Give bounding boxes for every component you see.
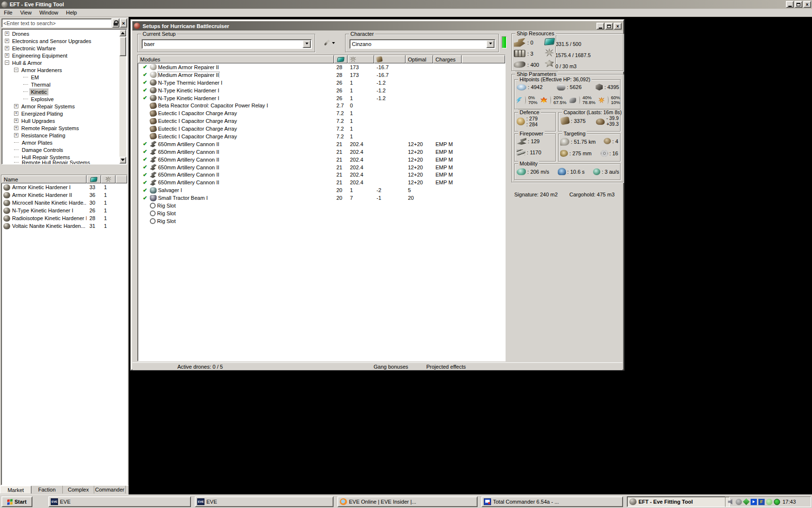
module-row[interactable]: ✔650mm Artillery Cannon II21202.412+20EM…	[138, 140, 505, 148]
start-button[interactable]: Start	[1, 496, 32, 507]
tree-item[interactable]: +Electronic Warfare	[3, 45, 119, 52]
taskbar-button[interactable]: EVEEVE	[48, 496, 191, 507]
setups-window-titlebar[interactable]: Setups for Hurricane Battlecruiser ×	[132, 21, 623, 30]
antivirus-icon[interactable]	[774, 499, 780, 505]
tree-item[interactable]: Armor Plates	[3, 139, 119, 146]
column-header-capacitor[interactable]	[374, 55, 406, 63]
tree-item[interactable]: Damage Controls	[3, 146, 119, 153]
table-row[interactable]: Microcell Nanite Kinetic Harde...301	[1, 199, 127, 207]
current-setup-combobox[interactable]: baer	[142, 39, 312, 49]
tree-item[interactable]: +Remote Repair Systems	[3, 124, 119, 132]
column-header-name[interactable]: Name	[1, 175, 87, 183]
table-row[interactable]: Armor Kinetic Hardener I331	[1, 183, 127, 191]
media-player-icon[interactable]	[751, 499, 757, 505]
expand-plus-icon[interactable]: +	[14, 104, 18, 108]
chevron-down-icon[interactable]	[303, 40, 311, 48]
column-header-powergrid[interactable]	[348, 55, 374, 63]
tree-item[interactable]: +Electronics and Sensor Upgrades	[3, 37, 119, 45]
tab-complex[interactable]: Complex	[63, 486, 94, 493]
module-row[interactable]: ✔Small Tractor Beam I207-120	[138, 194, 505, 202]
taskbar-button[interactable]: EVEEVE	[195, 496, 334, 507]
expand-plus-icon[interactable]: +	[14, 126, 18, 130]
tree-item[interactable]: +Armor Repair Systems	[3, 103, 119, 110]
menu-help[interactable]: Help	[62, 9, 81, 16]
search-lock-button[interactable]	[112, 18, 119, 28]
scrollbar-thumb[interactable]	[119, 37, 126, 56]
module-row[interactable]: Eutectic I Capacitor Charge Array7.21	[138, 109, 505, 117]
taskbar-button[interactable]: EFT - Eve Fitting Tool	[627, 496, 730, 507]
module-row[interactable]: Eutectic I Capacitor Charge Array7.21	[138, 117, 505, 125]
close-button[interactable]: ×	[803, 1, 811, 8]
tab-faction[interactable]: Faction	[31, 486, 63, 493]
minimize-button[interactable]	[786, 1, 794, 8]
module-row[interactable]: Eutectic I Capacitor Charge Array7.21	[138, 125, 505, 133]
expand-plus-icon[interactable]: +	[5, 53, 9, 58]
column-header-charges[interactable]: Charges	[433, 55, 462, 63]
minimize-button[interactable]	[596, 23, 604, 30]
tree-item[interactable]: +Resistance Plating	[3, 132, 119, 139]
volume-muted-icon[interactable]	[728, 499, 734, 505]
collapse-minus-icon[interactable]: −	[14, 68, 18, 72]
table-row[interactable]: N-Type Kinetic Hardener I261	[1, 207, 127, 214]
module-row[interactable]: ✔Medium Armor Repairer II28173-16.7	[138, 63, 505, 71]
tree-item[interactable]: Hull Repair Systems	[3, 153, 119, 161]
tree-item[interactable]: EM	[3, 74, 119, 81]
search-clear-button[interactable]: ×	[120, 18, 127, 28]
tree-item[interactable]: −Armor Hardeners	[3, 66, 119, 74]
module-row[interactable]: Rig Slot	[138, 217, 505, 225]
table-row[interactable]: Armor Kinetic Hardener II361	[1, 191, 127, 199]
expand-plus-icon[interactable]: +	[5, 46, 9, 50]
column-header-modules[interactable]: Modules	[138, 55, 334, 63]
module-row[interactable]: ✔650mm Artillery Cannon II21202.412+20EM…	[138, 164, 505, 171]
tree-item[interactable]: −Hull & Armor	[3, 59, 119, 66]
tree-item[interactable]: Explosive	[3, 95, 119, 103]
active-drones-status[interactable]: Active drones: 0 / 5	[177, 364, 223, 370]
search-input[interactable]	[1, 18, 112, 28]
gang-bonuses-status[interactable]: Gang bonuses	[374, 364, 408, 370]
expand-plus-icon[interactable]: +	[14, 111, 18, 116]
file-manager-icon[interactable]: F	[758, 499, 765, 505]
column-header-cpu[interactable]	[334, 55, 348, 63]
module-row[interactable]: ✔Medium Armor Repairer II28173-16.7	[138, 71, 505, 79]
table-row[interactable]: Voltaic Nanite Kinetic Harden...311	[1, 222, 127, 230]
tree-item[interactable]: +Drones	[3, 30, 119, 37]
module-row[interactable]: ✔650mm Artillery Cannon II21202.412+20EM…	[138, 156, 505, 164]
tree-item[interactable]: +Energized Plating	[3, 110, 119, 117]
tree-item[interactable]: Thermal	[3, 81, 119, 88]
module-row[interactable]: ✔Salvager I201-25	[138, 186, 505, 194]
maximize-button[interactable]	[605, 23, 613, 30]
module-row[interactable]: Beta Reactor Control: Capacitor Power Re…	[138, 102, 505, 109]
scroll-down-icon[interactable]	[119, 157, 126, 164]
module-row[interactable]: ✔N-Type Kinetic Hardener I261-1.2	[138, 94, 505, 102]
tree-item[interactable]: +Hull Upgrades	[3, 117, 119, 124]
messenger-icon[interactable]	[766, 499, 772, 505]
setup-tools-button[interactable]	[319, 37, 340, 48]
module-row[interactable]: ✔N-Type Kinetic Hardener I261-1.2	[138, 87, 505, 94]
tree-item[interactable]: +Engineering Equipment	[3, 52, 119, 59]
module-row[interactable]: ✔650mm Artillery Cannon II21202.412+20EM…	[138, 148, 505, 156]
tree-item[interactable]: Remote Hull Repair Systems	[3, 161, 119, 164]
module-row[interactable]: Eutectic I Capacitor Charge Array7.21	[138, 133, 505, 140]
shield-icon[interactable]	[743, 498, 750, 505]
module-row[interactable]: Rig Slot	[138, 202, 505, 209]
taskbar-button[interactable]: Total Commander 6.54a - ...	[481, 496, 623, 507]
table-row[interactable]: Radioisotope Kinetic Hardener I281	[1, 214, 127, 222]
menu-file[interactable]: File	[0, 9, 16, 16]
expand-plus-icon[interactable]: +	[5, 39, 9, 43]
column-header-powergrid[interactable]	[101, 175, 116, 183]
close-button[interactable]: ×	[614, 23, 622, 30]
column-header-cpu[interactable]	[87, 175, 101, 183]
projected-effects-status[interactable]: Projected effects	[426, 364, 466, 370]
taskbar-button[interactable]: EVE Online | EVE Insider |...	[337, 496, 478, 507]
chevron-down-icon[interactable]	[486, 40, 494, 48]
scroll-up-icon[interactable]	[119, 30, 126, 36]
collapse-minus-icon[interactable]: −	[5, 60, 9, 65]
menu-window[interactable]: Window	[35, 9, 62, 16]
settings-icon[interactable]	[736, 499, 742, 505]
expand-plus-icon[interactable]: +	[14, 133, 18, 137]
column-header-optimal[interactable]: Optimal	[406, 55, 433, 63]
tab-market[interactable]: Market	[0, 486, 31, 493]
module-row[interactable]: ✔650mm Artillery Cannon II21202.412+20EM…	[138, 179, 505, 186]
expand-plus-icon[interactable]: +	[14, 119, 18, 123]
tab-commander[interactable]: Commander	[94, 486, 126, 493]
